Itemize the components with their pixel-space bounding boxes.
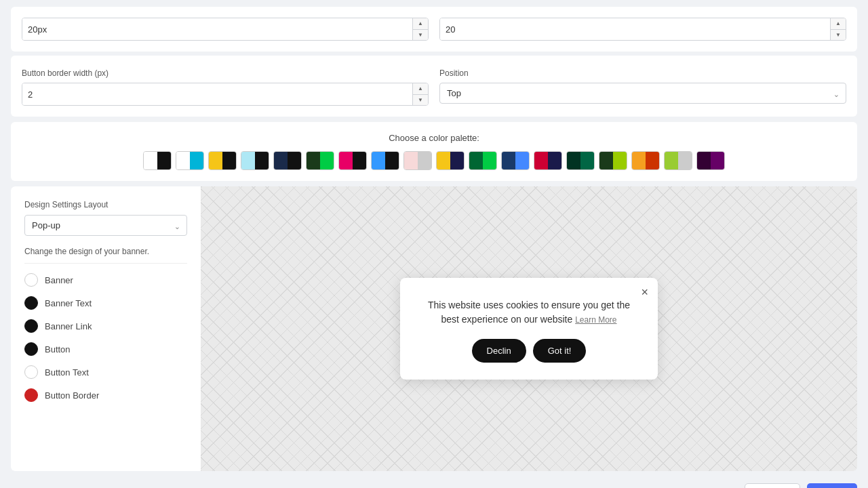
popup-overlay: × This website uses cookies to ensure yo… — [201, 186, 857, 471]
palette-swatch[interactable] — [436, 151, 465, 170]
banner-color-swatch[interactable] — [24, 273, 38, 287]
preview-area: × This website uses cookies to ensure yo… — [201, 186, 857, 471]
number-input[interactable]: 20 — [440, 18, 830, 40]
design-settings-label: Design Settings Layout — [24, 200, 187, 209]
popup-buttons: Declin Got it! — [427, 339, 631, 363]
decline-button[interactable]: Declin — [472, 339, 526, 363]
border-width-down[interactable]: ▼ — [412, 95, 428, 106]
learn-more-link[interactable]: Learn More — [575, 315, 616, 325]
font-size-down[interactable]: ▼ — [412, 30, 428, 41]
font-size-up[interactable]: ▲ — [412, 18, 428, 30]
footer: Cancel Save — [0, 476, 868, 488]
palette-swatch[interactable] — [534, 151, 562, 170]
button-text-color-swatch[interactable] — [24, 365, 38, 379]
color-option-banner-text[interactable]: Banner Text — [24, 296, 187, 310]
save-button[interactable]: Save — [807, 483, 857, 488]
cancel-button[interactable]: Cancel — [745, 483, 800, 488]
border-width-label: Button border width (px) — [22, 68, 108, 78]
palette-swatch[interactable] — [599, 151, 627, 170]
palette-swatch[interactable] — [469, 151, 497, 170]
cookie-popup: × This website uses cookies to ensure yo… — [400, 278, 658, 380]
button-text-label: Button Text — [45, 367, 89, 378]
color-option-button[interactable]: Button — [24, 342, 187, 356]
palette-swatch[interactable] — [664, 151, 692, 170]
button-label: Button — [45, 344, 71, 354]
palette-swatch[interactable] — [631, 151, 660, 170]
change-design-text: Change the design of your banner. — [24, 247, 187, 264]
number-up[interactable]: ▲ — [830, 18, 846, 30]
palette-swatch[interactable] — [338, 151, 367, 170]
banner-text-color-swatch[interactable] — [24, 296, 38, 310]
font-size-input[interactable]: 20px — [22, 18, 412, 40]
palette-swatch[interactable] — [273, 151, 302, 170]
button-color-swatch[interactable] — [24, 342, 38, 356]
palette-swatch[interactable] — [241, 151, 269, 170]
color-option-button-border[interactable]: Button Border — [24, 388, 187, 402]
button-border-color-swatch[interactable] — [24, 388, 38, 402]
position-select[interactable]: Top Bottom Left Right — [439, 83, 846, 104]
border-width-up[interactable]: ▲ — [412, 83, 428, 95]
color-option-button-text[interactable]: Button Text — [24, 365, 187, 379]
button-border-label: Button Border — [45, 390, 99, 401]
color-option-banner[interactable]: Banner — [24, 273, 187, 287]
position-label: Position — [439, 68, 469, 78]
palette-swatch[interactable] — [566, 151, 595, 170]
banner-text-label: Banner Text — [45, 298, 92, 308]
gotit-button[interactable]: Got it! — [533, 339, 587, 363]
palette-title: Choose a color palette: — [22, 133, 846, 143]
palette-row — [22, 151, 846, 170]
palette-swatch[interactable] — [696, 151, 725, 170]
color-option-banner-link[interactable]: Banner Link — [24, 319, 187, 333]
palette-swatch[interactable] — [306, 151, 334, 170]
banner-label: Banner — [45, 275, 73, 285]
layout-select[interactable]: Pop-up Banner Floating — [24, 215, 187, 236]
popup-text: This website uses cookies to ensure you … — [427, 298, 631, 327]
palette-swatch[interactable] — [208, 151, 237, 170]
popup-close-button[interactable]: × — [641, 286, 648, 298]
palette-swatch[interactable] — [371, 151, 399, 170]
palette-swatch[interactable] — [403, 151, 432, 170]
border-width-input[interactable]: 2 — [22, 83, 412, 105]
banner-link-label: Banner Link — [45, 321, 92, 331]
banner-link-color-swatch[interactable] — [24, 319, 38, 333]
palette-swatch[interactable] — [176, 151, 204, 170]
palette-swatch[interactable] — [501, 151, 530, 170]
palette-swatch[interactable] — [143, 151, 172, 170]
number-down[interactable]: ▼ — [830, 30, 846, 41]
